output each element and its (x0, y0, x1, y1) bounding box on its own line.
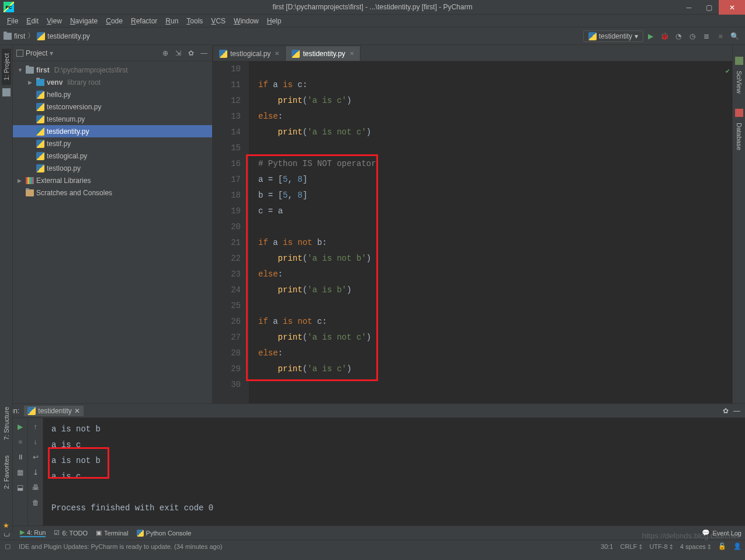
chevron-down-icon[interactable]: ▾ (50, 49, 53, 57)
stop-button[interactable]: ■ (714, 30, 727, 43)
run-tool-tab[interactable]: ▶4: Run (20, 528, 46, 537)
down-stack-icon[interactable]: ↓ (30, 437, 41, 447)
tree-external-libraries[interactable]: ▶External Libraries (13, 174, 212, 186)
settings-gear-icon[interactable]: ✿ (186, 49, 196, 58)
favorites-tool-tab[interactable]: 2: Favorites (2, 451, 11, 493)
tree-root[interactable]: ▼firstD:\pycharmprojects\first (13, 64, 212, 76)
run-coverage-button[interactable]: ◔ (672, 30, 685, 43)
hide-run-panel-icon[interactable]: — (733, 407, 740, 415)
hector-icon[interactable]: 👤 (733, 542, 741, 551)
run-toolbar-secondary: ↑ ↓ ↩ ⤓ 🖶 🗑 (28, 418, 43, 526)
menu-edit[interactable]: Edit (23, 16, 42, 26)
editor-area: testlogical.py✕testidentity.py✕ 10111213… (213, 45, 732, 403)
run-toolbar-primary: ▶ ■ ⏸ ▦ ⬓ (13, 418, 28, 526)
dump-threads-icon[interactable]: ▦ (15, 467, 26, 478)
close-icon[interactable]: ✕ (74, 407, 80, 415)
todo-tool-tab[interactable]: ☑6: TODO (54, 529, 88, 537)
locate-icon[interactable]: ⊕ (161, 49, 170, 58)
database-tool-tab[interactable]: Database (734, 118, 744, 155)
profile-button[interactable]: ◷ (686, 30, 699, 43)
hide-panel-icon[interactable]: — (199, 49, 209, 58)
minimize-button[interactable]: ─ (679, 0, 699, 15)
title-bar: PC first [D:\pycharmprojects\first] - ..… (0, 0, 745, 15)
tree-file-hello-py[interactable]: hello.py (13, 88, 212, 101)
right-tool-strip: SciView Database (732, 45, 745, 403)
editor-tab-testidentity-py[interactable]: testidentity.py✕ (285, 46, 360, 61)
menu-view[interactable]: View (43, 16, 65, 26)
menu-help[interactable]: Help (264, 16, 285, 26)
inspection-ok-icon[interactable]: ✔ (726, 64, 730, 79)
maximize-button[interactable]: ▢ (699, 0, 719, 15)
bookmarks-icon[interactable] (2, 88, 11, 96)
menu-run[interactable]: Run (162, 16, 182, 26)
menu-refactor[interactable]: Refactor (127, 16, 161, 26)
code-area[interactable]: if a is c: print('a is c')else: print('a… (249, 61, 732, 403)
line-separator[interactable]: CRLF ‡ (621, 543, 643, 550)
status-icon[interactable]: ▢ (4, 542, 12, 551)
project-tree[interactable]: ▼firstD:\pycharmprojects\first▶venvlibra… (13, 61, 212, 403)
search-everywhere-button[interactable]: 🔍 (728, 30, 741, 43)
breadcrumb-file[interactable]: testidentity.py (47, 32, 89, 40)
menu-window[interactable]: Window (230, 16, 262, 26)
clear-all-icon[interactable]: 🗑 (30, 497, 41, 508)
watermark: https://defonds.blog.csdn.net (642, 531, 739, 540)
menu-code[interactable]: Code (102, 16, 126, 26)
close-button[interactable]: ✕ (719, 0, 745, 15)
bottom-tool-strip: ▢ ▶4: Run ☑6: TODO ▣Terminal Python Cons… (0, 526, 745, 540)
python-console-tool-tab[interactable]: Python Console (137, 530, 192, 537)
soft-wrap-icon[interactable]: ↩ (30, 452, 41, 462)
collapse-all-icon[interactable]: ⇲ (174, 49, 183, 58)
run-config-name: testidentity (599, 32, 632, 40)
tree-file-testif-py[interactable]: testif.py (13, 137, 212, 150)
run-tab[interactable]: testidentity ✕ (24, 406, 83, 416)
window-title: first [D:\pycharmprojects\first] - ...\t… (273, 3, 473, 11)
run-console[interactable]: a is not ba is ca is not ba is cProcess … (43, 418, 745, 526)
python-file-icon (588, 32, 597, 40)
close-icon[interactable]: ✕ (349, 50, 354, 57)
tree-scratches[interactable]: Scratches and Consoles (13, 186, 212, 199)
caret-position[interactable]: 30:1 (601, 543, 613, 550)
restore-layout-icon[interactable]: ⬓ (15, 482, 26, 493)
python-file-icon (37, 32, 45, 40)
tree-file-testloop-py[interactable]: testloop.py (13, 162, 212, 174)
project-panel-header: Project ▾ ⊕ ⇲ ✿ — (13, 45, 212, 61)
up-stack-icon[interactable]: ↑ (30, 421, 41, 432)
run-panel: Run: testidentity ✕ ✿ — ▶ ■ ⏸ ▦ ⬓ ↑ ↓ ↩ … (0, 403, 745, 526)
run-config-selector[interactable]: testidentity ▾ (583, 30, 643, 42)
terminal-tool-tab[interactable]: ▣Terminal (96, 529, 129, 537)
tree-file-testlogical-py[interactable]: testlogical.py (13, 150, 212, 162)
menu-vcs[interactable]: VCS (207, 16, 229, 26)
concurrency-button[interactable]: ≣ (700, 30, 713, 43)
menu-file[interactable]: File (4, 16, 22, 26)
python-file-icon (27, 407, 36, 415)
rerun-button[interactable]: ▶ (15, 421, 26, 432)
print-icon[interactable]: 🖶 (30, 482, 41, 493)
tree-file-testidentity-py[interactable]: testidentity.py (13, 125, 212, 137)
debug-button[interactable]: 🐞 (658, 30, 671, 43)
indent-setting[interactable]: 4 spaces ‡ (680, 543, 711, 550)
project-panel: Project ▾ ⊕ ⇲ ✿ — ▼firstD:\pycharmprojec… (13, 45, 213, 403)
stop-run-button[interactable]: ■ (15, 437, 26, 447)
sciview-tool-tab[interactable]: SciView (734, 66, 744, 98)
tree-file-testconversion-py[interactable]: testconversion.py (13, 101, 212, 113)
status-message: IDE and Plugin Updates: PyCharm is ready… (19, 543, 223, 550)
breadcrumb-separator: 〉 (27, 31, 34, 41)
run-settings-gear-icon[interactable]: ✿ (723, 407, 729, 415)
project-panel-title[interactable]: Project (26, 49, 47, 57)
tree-file-testenum-py[interactable]: testenum.py (13, 113, 212, 125)
project-tool-tab[interactable]: 1: Project (2, 49, 11, 85)
menu-tools[interactable]: Tools (183, 16, 206, 26)
editor-body[interactable]: 1011121314151617181920212223242526272829… (213, 61, 732, 403)
scroll-end-icon[interactable]: ⤓ (30, 467, 41, 478)
readonly-lock-icon[interactable]: 🔓 (718, 542, 726, 551)
breadcrumb-root[interactable]: first (14, 32, 25, 40)
pause-icon[interactable]: ⏸ (15, 452, 26, 462)
star-icon[interactable]: ★ (3, 521, 9, 533)
tree-venv[interactable]: ▶venvlibrary root (13, 76, 212, 88)
run-button[interactable]: ▶ (644, 30, 657, 43)
structure-tool-tab[interactable]: 7: Structure (2, 402, 11, 445)
menu-navigate[interactable]: Navigate (67, 16, 101, 26)
close-icon[interactable]: ✕ (275, 50, 279, 57)
editor-tab-testlogical-py[interactable]: testlogical.py✕ (213, 46, 286, 61)
file-encoding[interactable]: UTF-8 ‡ (649, 543, 673, 550)
